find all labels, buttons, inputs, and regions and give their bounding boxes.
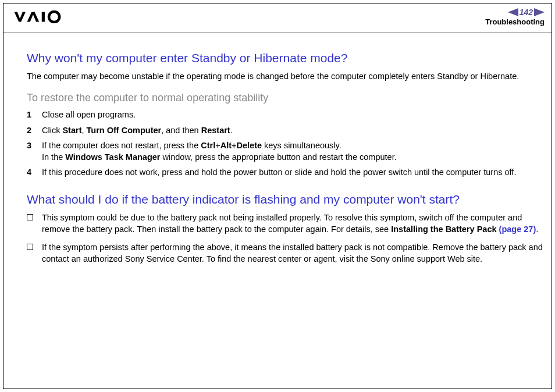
text: , and then	[161, 126, 201, 135]
section-label: Troubleshooting	[485, 17, 545, 26]
svg-rect-0	[42, 12, 45, 22]
text: If the computer does not restart, press …	[42, 141, 201, 150]
page-header: 142 Troubleshooting	[3, 3, 552, 33]
text: keys simultaneously.	[262, 141, 341, 150]
square-bullet-icon	[27, 244, 33, 250]
text: +	[232, 141, 236, 150]
text: ,	[82, 126, 87, 135]
header-right: 142 Troubleshooting	[485, 8, 545, 26]
bold-text: Turn Off Computer	[87, 126, 162, 135]
next-page-icon[interactable]	[534, 8, 545, 16]
text: +	[215, 141, 220, 150]
step-text: Close all open programs.	[42, 109, 543, 121]
question-1-intro: The computer may become unstable if the …	[27, 71, 543, 83]
step-number: 1	[27, 109, 42, 121]
question-1-heading: Why won't my computer enter Standby or H…	[27, 50, 543, 66]
bold-text: Delete	[237, 141, 262, 150]
text: .	[536, 224, 538, 234]
step-2: 2 Click Start, Turn Off Computer, and th…	[27, 125, 543, 137]
text: .	[230, 126, 233, 135]
bullet-text: This symptom could be due to the battery…	[42, 212, 543, 235]
bold-text: Start	[62, 126, 81, 135]
bold-text: Restart	[201, 126, 230, 135]
text: In the	[42, 152, 65, 162]
page-content: Why won't my computer enter Standby or H…	[3, 33, 552, 265]
text: window, press the appropriate button and…	[160, 152, 396, 162]
step-number: 2	[27, 125, 42, 137]
page-link[interactable]: (page 27)	[499, 224, 536, 234]
list-item: This symptom could be due to the battery…	[27, 212, 543, 235]
bullet-text: If the symptom persists after performing…	[42, 242, 543, 265]
bold-text: Installing the Battery Pack	[391, 224, 499, 234]
page-frame: 142 Troubleshooting Why won't my compute…	[3, 3, 552, 389]
page-nav: 142	[485, 8, 545, 16]
bold-text: Alt	[220, 141, 232, 150]
step-4: 4 If this procedure does not work, press…	[27, 167, 543, 179]
list-item: If the symptom persists after performing…	[27, 242, 543, 265]
steps-list: 1 Close all open programs. 2 Click Start…	[27, 109, 543, 179]
svg-point-1	[49, 12, 59, 22]
text: Click	[42, 126, 62, 135]
bullet-list: This symptom could be due to the battery…	[27, 212, 543, 265]
prev-page-icon[interactable]	[508, 8, 518, 16]
bold-text: Ctrl	[201, 141, 215, 150]
step-text: If the computer does not restart, press …	[42, 140, 543, 163]
step-1: 1 Close all open programs.	[27, 109, 543, 121]
restore-subheading: To restore the computer to normal operat…	[27, 91, 543, 105]
step-text: If this procedure does not work, press a…	[42, 167, 543, 179]
vaio-logo	[12, 8, 76, 26]
square-bullet-icon	[27, 214, 33, 220]
step-number: 4	[27, 167, 42, 179]
page-number: 142	[520, 8, 533, 16]
step-text: Click Start, Turn Off Computer, and then…	[42, 125, 543, 137]
bold-text: Windows Task Manager	[65, 152, 160, 162]
step-number: 3	[27, 140, 42, 152]
question-2-heading: What should I do if the battery indicato…	[27, 191, 543, 208]
step-3: 3 If the computer does not restart, pres…	[27, 140, 543, 163]
